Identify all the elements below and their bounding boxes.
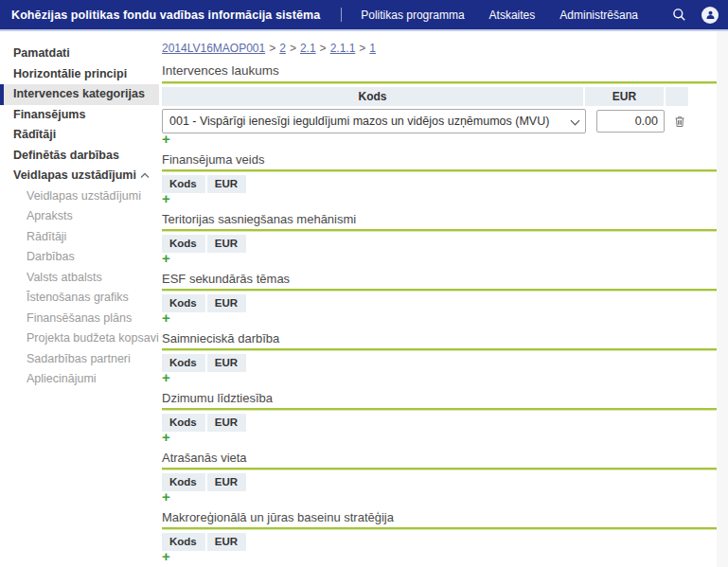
breadcrumb-link-program[interactable]: 2014LV16MAOP001 (162, 42, 265, 55)
sidebar-item-finansejums[interactable]: Finansējums (0, 105, 159, 126)
topbar-menu: Politikas programma Atskaites Administrē… (361, 9, 638, 22)
empty-table-header: Kods EUR (162, 473, 246, 491)
section-title-intervences-laukums: Intervences laukums (162, 64, 717, 78)
breadcrumb-link-1[interactable]: 1 (369, 42, 376, 55)
sidebar-subitem-darbibas[interactable]: Darbības (0, 247, 159, 268)
chevron-up-icon (140, 166, 150, 186)
section-divider (162, 527, 717, 530)
sidebar-item-definetas-darbibas[interactable]: Definētās darbības (0, 146, 159, 167)
eur-column-header: EUR (205, 473, 246, 491)
sidebar-subitem-apraksts[interactable]: Apraksts (0, 206, 159, 227)
breadcrumb-link-2-1-1[interactable]: 2.1.1 (330, 42, 356, 55)
actions-column-header (664, 87, 688, 106)
sidebar-subitem-apliecinajumi[interactable]: Apliecinājumi (0, 369, 159, 390)
empty-table-header: Kods EUR (162, 414, 246, 432)
sidebar-subitem-sadarbibas-partneri[interactable]: Sadarbības partneri (0, 349, 159, 370)
search-icon[interactable] (670, 7, 687, 24)
eur-column-header: EUR (205, 354, 246, 372)
add-row-button[interactable]: + (162, 133, 175, 145)
intervences-table-row: 001 - Vispārīgi ienesīgi ieguldījumi maz… (162, 109, 688, 133)
sidebar-subitem-istenosanas-grafiks[interactable]: Īstenošanas grafiks (0, 288, 159, 309)
eur-column-header: EUR (583, 87, 664, 106)
breadcrumb-link-2-1[interactable]: 2.1 (300, 42, 316, 55)
empty-table-header: Kods EUR (162, 175, 246, 193)
section-title-atrasanas-vieta: Atrašanās vieta (162, 452, 717, 464)
top-navigation-bar: Kohēzijas politikas fondu vadības inform… (0, 0, 728, 29)
eur-column-header: EUR (205, 414, 246, 432)
intervences-table: Kods EUR 001 - Vispārīgi ienesīgi ieguld… (162, 87, 688, 133)
add-row-button[interactable]: + (162, 491, 175, 503)
section-title-teritorijas-mehanismi: Teritorijas sasniegšanas mehānismi (162, 213, 717, 225)
sidebar-subitem-raditaji[interactable]: Rādītāji (0, 227, 159, 248)
app-title: Kohēzijas politikas fondu vadības inform… (11, 9, 320, 22)
intervences-table-header: Kods EUR (162, 87, 688, 106)
menu-item-atskaites[interactable]: Atskaites (489, 9, 536, 22)
breadcrumb-separator: > (320, 42, 327, 55)
section-title-finansejuma-veids: Finansējuma veids (162, 153, 717, 166)
sidebar-subitem-projekta-budzeta-kopsavilkums[interactable]: Projekta budžeta kopsavilkums (0, 328, 159, 349)
section-divider (162, 348, 717, 351)
sidebar-subitem-valsts-atbalsts[interactable]: Valsts atbalsts (0, 268, 159, 289)
menu-item-administresana[interactable]: Administrēšana (559, 9, 638, 22)
user-avatar[interactable] (701, 7, 719, 24)
section-divider (162, 468, 717, 470)
menu-item-politikas-programma[interactable]: Politikas programma (361, 9, 464, 22)
add-row-button[interactable]: + (162, 193, 175, 204)
eur-column-header: EUR (205, 175, 246, 193)
section-divider (162, 289, 717, 292)
add-row-button[interactable]: + (162, 253, 175, 264)
sidebar-item-raditaji[interactable]: Rādītāji (0, 125, 159, 146)
main-content: 2014LV16MAOP001>2>2.1>2.1.1>1 Intervence… (159, 31, 728, 567)
sidebar-item-pamatdati[interactable]: Pamatdati (0, 44, 159, 64)
breadcrumb-link-2[interactable]: 2 (279, 42, 286, 55)
add-row-button[interactable]: + (162, 372, 175, 383)
sidebar-item-horizontalie-principi[interactable]: Horizontālie principi (0, 64, 159, 85)
empty-table-header: Kods EUR (162, 354, 246, 372)
delete-row-button[interactable] (674, 115, 685, 128)
empty-table-header: Kods EUR (162, 294, 246, 312)
section-divider (162, 169, 717, 172)
section-divider (162, 408, 717, 411)
empty-table-header: Kods EUR (162, 235, 246, 253)
eur-column-header: EUR (205, 294, 246, 312)
add-row-button[interactable]: + (162, 551, 175, 562)
kods-select[interactable]: 001 - Vispārīgi ienesīgi ieguldījumi maz… (162, 109, 586, 133)
sidebar-item-intervences-kategorijas[interactable]: Intervences kategorijas (0, 84, 159, 105)
breadcrumb: 2014LV16MAOP001>2>2.1>2.1.1>1 (162, 43, 717, 55)
section-title-saimnieciska-darbiba: Saimnieciskā darbība (162, 332, 717, 345)
breadcrumb-separator: > (359, 42, 365, 55)
section-title-dzimumu-lidztiesiba: Dzimumu līdztiesība (162, 392, 717, 404)
section-divider (162, 229, 717, 232)
breadcrumb-separator: > (290, 42, 296, 55)
section-title-makroregionala-strategija: Makroreģionālā un jūras baseinu stratēģi… (162, 511, 717, 523)
sidebar-item-veidlapas-uzstadijumi[interactable]: Veidlapas uzstādījumi (0, 166, 159, 186)
breadcrumb-separator: > (269, 42, 275, 55)
topbar-divider (341, 8, 342, 22)
sidebar-navigation: Pamatdati Horizontālie principi Interven… (0, 31, 159, 567)
section-title-esf-sekundaras-temas: ESF sekundārās tēmas (162, 273, 717, 285)
eur-amount-input[interactable] (596, 110, 665, 133)
eur-column-header: EUR (205, 235, 246, 253)
empty-table-header: Kods EUR (162, 533, 246, 551)
sidebar-item-label: Veidlapas uzstādījumi (13, 166, 136, 186)
add-row-button[interactable]: + (162, 432, 175, 443)
sidebar-subitem-veidlapas-uzstadijumi[interactable]: Veidlapas uzstādījumi (0, 186, 159, 207)
sidebar-subitem-finansesanas-plans[interactable]: Finansēšanas plāns (0, 309, 159, 329)
section-divider (162, 81, 717, 84)
kods-column-header: Kods (162, 87, 583, 106)
add-row-button[interactable]: + (162, 312, 175, 324)
eur-column-header: EUR (205, 533, 246, 551)
